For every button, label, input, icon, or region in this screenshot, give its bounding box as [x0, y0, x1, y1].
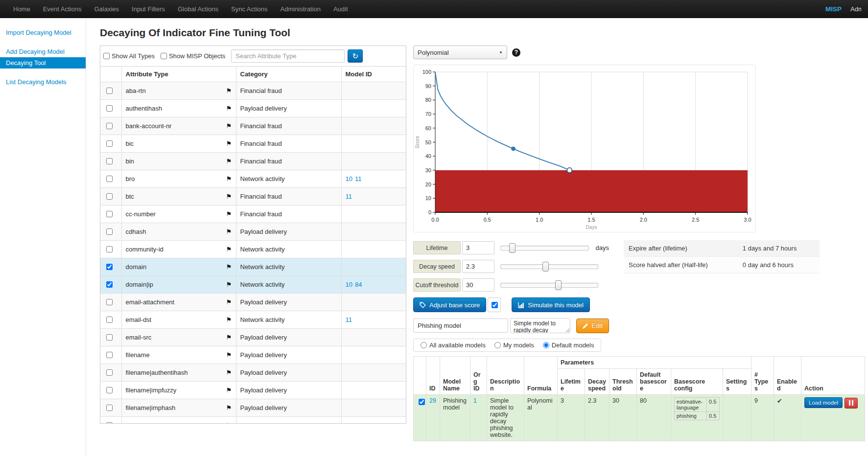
cutoff-threshold-input[interactable]: [462, 278, 494, 292]
attribute-checkbox[interactable]: [106, 387, 113, 393]
attribute-checkbox[interactable]: [106, 158, 113, 164]
attribute-checkbox[interactable]: [106, 264, 113, 270]
flag-icon[interactable]: ⚑: [226, 334, 232, 341]
flag-icon[interactable]: ⚑: [226, 193, 232, 200]
adjust-base-score-label: Adjust base score: [429, 301, 480, 309]
sidebar-item-list-decaying-models[interactable]: List Decaying Models: [0, 76, 86, 88]
flag-icon[interactable]: ⚑: [226, 158, 232, 165]
nav-item-administration[interactable]: Administration: [274, 0, 327, 18]
lifetime-slider[interactable]: [500, 241, 589, 254]
model-filter-default-models[interactable]: Default models: [543, 341, 594, 349]
attribute-checkbox[interactable]: [106, 369, 113, 376]
flag-icon[interactable]: ⚑: [226, 122, 232, 130]
show-misp-objects-checkbox[interactable]: [161, 53, 167, 59]
flag-icon[interactable]: ⚑: [226, 140, 232, 147]
model-org-link[interactable]: 1: [473, 397, 477, 404]
nav-item-sync-actions[interactable]: Sync Actions: [225, 0, 274, 18]
model-name-input[interactable]: [413, 318, 508, 333]
flag-icon[interactable]: ⚑: [226, 246, 232, 253]
flag-icon[interactable]: ⚑: [226, 387, 232, 394]
sidebar-item-import-decaying-model[interactable]: Import Decaying Model: [0, 27, 86, 38]
flag-icon[interactable]: ⚑: [226, 105, 232, 112]
nav-item-home[interactable]: Home: [7, 0, 37, 18]
attribute-checkbox[interactable]: [106, 105, 113, 112]
nav-item-global-actions[interactable]: Global Actions: [171, 0, 225, 18]
attribute-type-label: bic: [126, 140, 134, 147]
flag-icon[interactable]: ⚑: [226, 404, 232, 411]
flag-icon[interactable]: ⚑: [226, 175, 232, 182]
model-filter-radio[interactable]: [494, 342, 501, 348]
flag-icon[interactable]: ⚑: [226, 281, 232, 288]
attribute-checkbox[interactable]: [106, 422, 113, 423]
refresh-button[interactable]: ↻: [348, 49, 363, 63]
flag-icon[interactable]: ⚑: [226, 87, 232, 94]
decay-speed-input[interactable]: [462, 260, 494, 273]
flag-icon[interactable]: ⚑: [226, 316, 232, 323]
attribute-checkbox[interactable]: [106, 334, 113, 341]
model-row-checkbox[interactable]: [419, 399, 425, 405]
model-id-link[interactable]: 13: [346, 422, 352, 423]
flag-icon[interactable]: ⚑: [226, 210, 232, 218]
model-filter-my-models[interactable]: My models: [494, 341, 534, 349]
attribute-checkbox[interactable]: [106, 405, 113, 411]
flag-icon[interactable]: ⚑: [226, 228, 232, 235]
model-id-link[interactable]: 29: [429, 397, 436, 404]
model-filter-radio[interactable]: [421, 342, 427, 348]
model-filter-group: All available modelsMy modelsDefault mod…: [413, 339, 601, 352]
col-header-model-id[interactable]: Model ID: [341, 67, 406, 82]
attribute-checkbox[interactable]: [106, 228, 113, 235]
lifetime-input[interactable]: [462, 241, 494, 254]
help-icon[interactable]: ?: [512, 48, 520, 57]
formula-select[interactable]: Polynomial ▼: [413, 46, 507, 59]
attribute-checkbox[interactable]: [106, 299, 113, 305]
attribute-checkbox[interactable]: [106, 140, 113, 147]
col-header-attribute-type[interactable]: Attribute Type: [121, 67, 236, 82]
model-filter-all-available-models[interactable]: All available models: [421, 341, 486, 349]
show-all-types-toggle[interactable]: Show All Types: [103, 52, 155, 60]
load-model-button[interactable]: Load model: [804, 397, 843, 408]
model-id-link[interactable]: 84: [355, 281, 362, 288]
attribute-checkbox[interactable]: [106, 281, 113, 288]
model-id-link[interactable]: 10: [346, 281, 352, 288]
attribute-row-filename-imphash: filename|imphash⚑Payload delivery: [100, 399, 406, 417]
sidebar-item-add-decaying-model[interactable]: Add Decaying Model: [0, 46, 86, 57]
adjust-base-score-checkbox[interactable]: [492, 302, 498, 308]
model-id-link[interactable]: 10: [346, 175, 352, 182]
nav-item-event-actions[interactable]: Event Actions: [37, 0, 88, 18]
sidebar-item-decaying-tool[interactable]: Decaying Tool: [0, 57, 86, 68]
navbar-user-label[interactable]: Admin: [850, 5, 861, 13]
attribute-checkbox[interactable]: [106, 246, 113, 252]
misp-brand[interactable]: MISP: [825, 5, 842, 13]
decay-speed-slider[interactable]: [500, 260, 598, 273]
model-id-link[interactable]: 11: [346, 316, 352, 323]
model-id-link[interactable]: 11: [355, 175, 362, 182]
show-all-types-checkbox[interactable]: [103, 53, 110, 59]
pause-model-button[interactable]: [845, 398, 858, 409]
flag-icon[interactable]: ⚑: [226, 422, 232, 423]
simulate-model-button[interactable]: Simulate this model: [512, 297, 589, 312]
edit-model-button[interactable]: Edit: [576, 318, 609, 333]
cutoff-threshold-slider[interactable]: [500, 278, 598, 292]
model-id-link[interactable]: 11: [346, 193, 352, 200]
flag-icon[interactable]: ⚑: [226, 263, 232, 271]
attribute-checkbox[interactable]: [106, 193, 113, 200]
attribute-checkbox[interactable]: [106, 317, 113, 323]
nav-item-galaxies[interactable]: Galaxies: [88, 0, 125, 18]
flag-icon[interactable]: ⚑: [226, 298, 232, 306]
attribute-search-input[interactable]: [231, 49, 345, 63]
attribute-checkbox[interactable]: [106, 123, 113, 129]
attribute-table-scroll[interactable]: Attribute Type Category Model ID aba-rtn…: [100, 66, 406, 423]
adjust-base-score-button[interactable]: Adjust base score: [413, 297, 486, 312]
col-header-category[interactable]: Category: [236, 67, 341, 82]
model-description-textarea[interactable]: Simple model to rapidly decay: [510, 318, 570, 333]
nav-item-input-filters[interactable]: Input Filters: [125, 0, 171, 18]
flag-icon[interactable]: ⚑: [226, 351, 232, 359]
attribute-checkbox[interactable]: [106, 176, 113, 182]
attribute-checkbox[interactable]: [106, 352, 113, 358]
flag-icon[interactable]: ⚑: [226, 369, 232, 376]
model-filter-radio[interactable]: [543, 342, 549, 348]
nav-item-audit[interactable]: Audit: [327, 0, 354, 18]
attribute-checkbox[interactable]: [106, 211, 113, 217]
show-misp-objects-toggle[interactable]: Show MISP Objects: [161, 52, 225, 60]
attribute-checkbox[interactable]: [106, 88, 113, 94]
